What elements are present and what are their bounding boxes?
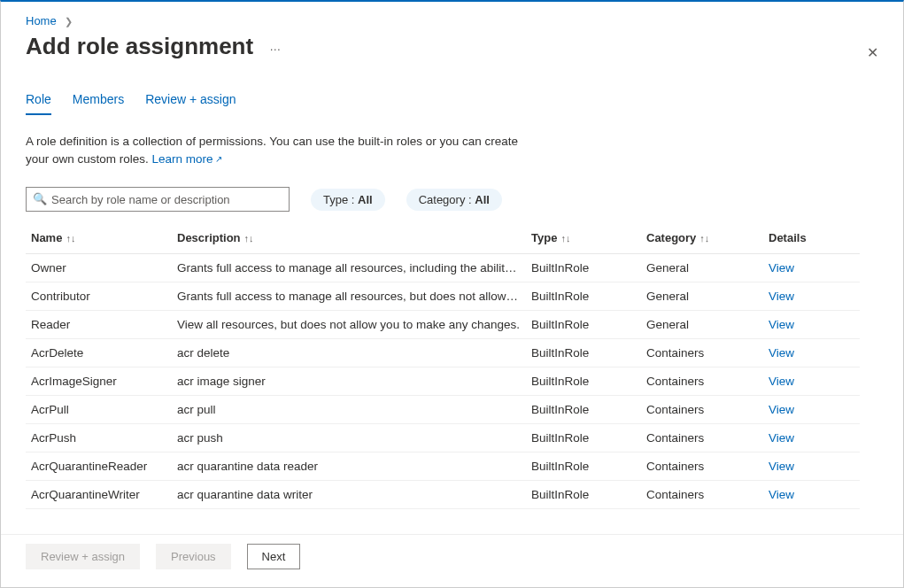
horizontal-scrollbar[interactable]: [1, 578, 903, 587]
sort-icon: ↑↓: [62, 233, 75, 244]
role-name: Contributor: [26, 282, 172, 311]
role-type: BuiltInRole: [526, 453, 641, 481]
role-description: Grants full access to manage all resourc…: [172, 254, 526, 282]
table-row[interactable]: AcrQuarantineWriteracr quarantine data w…: [26, 481, 860, 509]
view-link[interactable]: View: [769, 346, 794, 360]
view-link[interactable]: View: [769, 488, 794, 501]
role-name: Reader: [26, 311, 172, 339]
view-link[interactable]: View: [769, 290, 794, 303]
role-category: General: [641, 311, 763, 339]
table-row[interactable]: ContributorGrants full access to manage …: [26, 282, 860, 311]
role-category: Containers: [641, 339, 763, 368]
chevron-right-icon: ❯: [59, 16, 78, 27]
roles-table: Name↑↓ Description↑↓ Type↑↓ Category↑↓ D…: [26, 224, 860, 509]
role-name: AcrDelete: [26, 339, 172, 368]
column-header-description[interactable]: Description↑↓: [172, 224, 526, 254]
view-link[interactable]: View: [769, 375, 794, 388]
next-button[interactable]: Next: [247, 544, 301, 569]
page-title: Add role assignment: [26, 33, 253, 60]
role-description: acr quarantine data writer: [172, 481, 526, 509]
role-type: BuiltInRole: [526, 254, 641, 282]
review-assign-button: Review + assign: [26, 544, 140, 569]
previous-button: Previous: [156, 544, 231, 569]
filter-category[interactable]: Category : All: [406, 189, 502, 211]
view-link[interactable]: View: [769, 318, 794, 331]
sort-icon: ↑↓: [241, 233, 254, 244]
role-category: Containers: [641, 368, 763, 396]
sort-icon: ↑↓: [557, 233, 570, 244]
role-category: General: [641, 254, 763, 282]
role-name: AcrPush: [26, 424, 172, 453]
role-type: BuiltInRole: [526, 424, 641, 453]
view-link[interactable]: View: [769, 261, 794, 275]
role-type: BuiltInRole: [526, 339, 641, 368]
role-category: Containers: [641, 396, 763, 424]
external-link-icon: ↗: [213, 154, 222, 164]
role-type: BuiltInRole: [526, 481, 641, 509]
role-description: acr delete: [172, 339, 526, 368]
wizard-footer: Review + assign Previous Next: [1, 534, 903, 578]
close-icon[interactable]: ✕: [867, 44, 878, 61]
column-header-details: Details: [763, 224, 860, 254]
tab-members[interactable]: Members: [73, 92, 124, 115]
role-category: General: [641, 282, 763, 311]
role-category: Containers: [641, 481, 763, 509]
learn-more-link[interactable]: Learn more↗: [152, 152, 222, 166]
search-icon: 🔍: [33, 192, 47, 205]
role-description: acr image signer: [172, 368, 526, 396]
role-name: AcrQuarantineWriter: [26, 481, 172, 509]
role-description: View all resources, but does not allow y…: [172, 311, 526, 339]
table-row[interactable]: ReaderView all resources, but does not a…: [26, 311, 860, 339]
table-row[interactable]: AcrQuarantineReaderacr quarantine data r…: [26, 453, 860, 481]
more-actions-icon[interactable]: …: [269, 40, 282, 53]
filter-type[interactable]: Type : All: [311, 189, 385, 211]
tab-review-assign[interactable]: Review + assign: [145, 92, 236, 115]
table-row[interactable]: AcrPushacr pushBuiltInRoleContainersView: [26, 424, 860, 453]
role-name: AcrPull: [26, 396, 172, 424]
breadcrumb: Home ❯: [1, 2, 903, 27]
column-header-category[interactable]: Category↑↓: [641, 224, 763, 254]
role-category: Containers: [641, 424, 763, 453]
role-type: BuiltInRole: [526, 311, 641, 339]
sort-icon: ↑↓: [696, 233, 709, 244]
role-name: AcrImageSigner: [26, 368, 172, 396]
help-text: A role definition is a collection of per…: [1, 115, 568, 167]
table-row[interactable]: OwnerGrants full access to manage all re…: [26, 254, 860, 282]
table-row[interactable]: AcrDeleteacr deleteBuiltInRoleContainers…: [26, 339, 860, 368]
view-link[interactable]: View: [769, 460, 794, 473]
role-description: Grants full access to manage all resourc…: [172, 282, 526, 311]
content-scroll[interactable]: Home ❯ Add role assignment … ✕ Role Memb…: [1, 2, 903, 578]
column-header-name[interactable]: Name↑↓: [26, 224, 172, 254]
search-input[interactable]: [26, 187, 290, 212]
view-link[interactable]: View: [769, 431, 794, 445]
view-link[interactable]: View: [769, 403, 794, 416]
role-name: Owner: [26, 254, 172, 282]
table-row[interactable]: AcrPullacr pullBuiltInRoleContainersView: [26, 396, 860, 424]
breadcrumb-home[interactable]: Home: [26, 14, 57, 27]
role-category: Containers: [641, 453, 763, 481]
table-row[interactable]: AcrImageSigneracr image signerBuiltInRol…: [26, 368, 860, 396]
role-type: BuiltInRole: [526, 282, 641, 311]
role-type: BuiltInRole: [526, 368, 641, 396]
role-type: BuiltInRole: [526, 396, 641, 424]
role-description: acr push: [172, 424, 526, 453]
role-description: acr quarantine data reader: [172, 453, 526, 481]
column-header-type[interactable]: Type↑↓: [526, 224, 641, 254]
wizard-tabs: Role Members Review + assign: [1, 60, 903, 115]
role-name: AcrQuarantineReader: [26, 453, 172, 481]
tab-role[interactable]: Role: [26, 92, 51, 115]
role-description: acr pull: [172, 396, 526, 424]
